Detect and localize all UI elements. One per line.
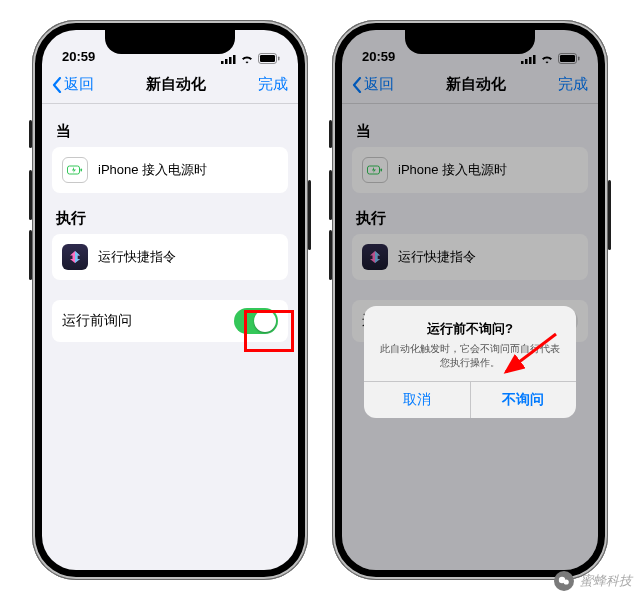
- svg-rect-0: [221, 61, 224, 64]
- done-button[interactable]: 完成: [258, 75, 288, 94]
- svg-rect-3: [233, 55, 236, 64]
- svg-point-20: [564, 579, 569, 584]
- chevron-left-icon: [52, 77, 62, 93]
- trigger-label: iPhone 接入电源时: [98, 161, 207, 179]
- back-button[interactable]: 返回: [52, 75, 94, 94]
- alert-confirm-button[interactable]: 不询问: [471, 382, 577, 418]
- svg-rect-2: [229, 57, 232, 64]
- alert-dialog: 运行前不询问? 此自动化触发时，它会不询问而自行代表您执行操作。 取消 不询问: [364, 306, 576, 418]
- alert-message: 此自动化触发时，它会不询问而自行代表您执行操作。: [376, 342, 564, 369]
- ask-before-cell: 运行前询问: [52, 300, 288, 342]
- svg-rect-6: [278, 57, 280, 61]
- trigger-cell[interactable]: iPhone 接入电源时: [52, 147, 288, 193]
- watermark: 蜜蜂科技: [554, 571, 632, 591]
- watermark-text: 蜜蜂科技: [580, 572, 632, 590]
- status-time: 20:59: [62, 49, 95, 64]
- nav-title: 新自动化: [146, 75, 206, 94]
- wifi-icon: [240, 54, 254, 64]
- phone-left: 20:59 返回 新自动化: [32, 20, 308, 580]
- nav-bar: 返回 新自动化 完成: [42, 66, 298, 104]
- svg-rect-5: [260, 55, 275, 62]
- notch: [405, 30, 535, 54]
- section-do-header: 执行: [42, 193, 298, 234]
- section-when-header: 当: [42, 114, 298, 147]
- svg-rect-1: [225, 59, 228, 64]
- alert-cancel-button[interactable]: 取消: [364, 382, 471, 418]
- battery-icon: [258, 53, 280, 64]
- phone-right: 20:59 返回 新自动化: [332, 20, 608, 580]
- signal-icon: [221, 54, 236, 64]
- back-label: 返回: [64, 75, 94, 94]
- action-cell[interactable]: 运行快捷指令: [52, 234, 288, 280]
- action-label: 运行快捷指令: [98, 248, 176, 266]
- shortcuts-app-icon: [62, 244, 88, 270]
- notch: [105, 30, 235, 54]
- ask-before-toggle[interactable]: [234, 308, 278, 334]
- alert-title: 运行前不询问?: [376, 320, 564, 338]
- ask-before-label: 运行前询问: [62, 312, 132, 330]
- wechat-icon: [554, 571, 574, 591]
- charging-icon: [62, 157, 88, 183]
- modal-backdrop: [342, 30, 598, 570]
- svg-rect-8: [81, 169, 83, 172]
